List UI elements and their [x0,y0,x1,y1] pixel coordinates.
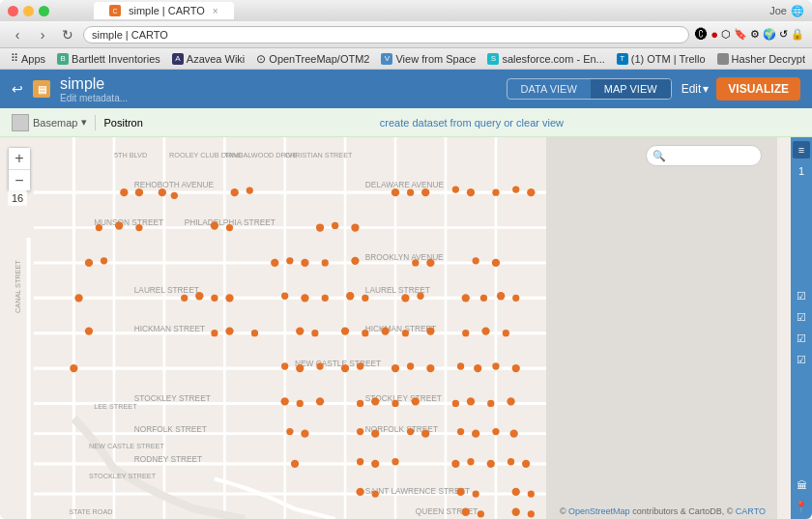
svg-point-163 [528,510,535,517]
clear-view-link[interactable]: clear view [516,117,564,129]
forward-button[interactable]: › [33,25,52,44]
basemap-selector[interactable]: Basemap ▾ [12,114,87,131]
ext-icon-4[interactable]: 🌍 [763,28,776,41]
svg-point-76 [351,257,359,265]
svg-point-156 [456,488,464,496]
carto-extension-icon[interactable]: 🅒 [695,27,708,42]
bookmark-salesforce[interactable]: S salesforce.com - En... [482,51,609,67]
svg-point-103 [341,327,349,334]
svg-point-72 [271,259,278,267]
sidebar-checkbox-4[interactable]: ☑ [793,352,810,369]
svg-point-89 [346,292,354,300]
svg-point-74 [301,259,308,267]
svg-point-86 [281,293,288,300]
bookmark-opentreemap[interactable]: ⊙ OpenTreeMap/OTM2 [251,50,374,68]
minimize-button[interactable] [23,6,34,16]
ext-icon-2[interactable]: 🔖 [734,28,747,41]
sidebar-checkbox-3[interactable]: ☑ [793,331,810,348]
svg-point-116 [357,362,363,369]
traffic-lights [8,6,49,16]
svg-point-150 [467,458,474,465]
bookmark-trello[interactable]: T (1) OTM | Trello [612,51,710,67]
svg-text:DELAWARE AVENUE: DELAWARE AVENUE [365,180,445,189]
url-bar[interactable]: simple | CARTO [83,26,689,43]
sidebar-one-button[interactable]: 1 [793,162,810,180]
svg-point-49 [135,188,143,196]
bookmark-apps[interactable]: ⠿ Apps [6,50,50,67]
toolbar-divider [95,115,96,130]
zoom-out-button[interactable]: − [9,169,30,190]
svg-point-161 [478,510,484,517]
map-view-button[interactable]: MAP VIEW [591,79,671,99]
svg-point-119 [426,364,434,372]
svg-point-118 [407,362,414,369]
basemap-chevron-icon: ▾ [81,116,87,129]
back-to-datasets-icon[interactable]: ↩ [12,81,23,97]
sidebar-checkbox-1[interactable]: ☑ [793,288,810,305]
ext-icon-6[interactable]: 🔒 [791,28,804,41]
edit-meta-link[interactable]: Edit metadata... [60,93,128,103]
active-tab[interactable]: C simple | CARTO × [94,2,234,19]
ext-icon-1[interactable]: ⬡ [721,28,731,41]
tab-close-icon[interactable]: × [213,6,218,16]
browser-frame: C simple | CARTO × Joe 🌐 ‹ › ↻ simple | … [0,0,812,519]
edit-button[interactable]: Edit ▾ [682,82,710,96]
bookmark-bartlett[interactable]: B Bartlett Inventories [52,51,165,67]
svg-point-130 [412,397,420,405]
osm-link[interactable]: OpenStreetMap [568,506,630,516]
sidebar-layers-button[interactable]: ≡ [793,141,810,159]
svg-text:HICKMAN STREET: HICKMAN STREET [365,324,436,333]
hasher-icon [717,53,729,65]
browser-toolbar: ‹ › ↻ simple | CARTO 🅒 ● ⬡ 🔖 ⚙ 🌍 ↺ 🔒 [0,21,812,48]
svg-point-144 [510,429,518,437]
zoom-level: 16 [8,190,27,206]
refresh-button[interactable]: ↻ [58,25,77,44]
visualize-button[interactable]: VISUALIZE [716,77,800,101]
svg-point-162 [512,508,520,516]
opera-icon[interactable]: ● [710,27,718,42]
sidebar-checkbox-2[interactable]: ☑ [793,309,810,327]
svg-point-110 [503,330,509,336]
svg-point-65 [211,221,218,229]
svg-point-145 [291,460,299,468]
svg-point-117 [392,364,399,372]
svg-point-132 [467,397,475,405]
ext-icon-3[interactable]: ⚙ [750,28,760,41]
close-button[interactable] [8,6,18,16]
svg-point-157 [473,490,479,497]
svg-text:STOCKLEY STREET: STOCKLEY STREET [89,472,157,480]
bookmark-azavea[interactable]: A Azavea Wiki [167,51,250,67]
svg-text:MUNSON STREET: MUNSON STREET [94,217,163,227]
svg-point-53 [246,187,253,193]
ext-icon-5[interactable]: ↺ [779,28,788,41]
svg-point-143 [492,428,499,435]
svg-point-138 [371,429,379,437]
svg-point-123 [512,364,520,372]
svg-point-139 [407,428,414,435]
map-canvas[interactable]: REHOBOTH AVENUE DELAWARE AVENUE BROOKLYN… [0,137,791,519]
maximize-button[interactable] [39,6,49,16]
bookmark-view-from-space[interactable]: V View from Space [376,51,480,67]
create-dataset-link[interactable]: create dataset from query [380,117,501,129]
carto-link[interactable]: CARTO [736,506,766,516]
sidebar-building-icon[interactable]: 🏛 [793,476,810,494]
svg-point-88 [322,295,329,302]
svg-point-129 [392,400,398,407]
back-button[interactable]: ‹ [8,25,27,44]
zoom-controls: + − [8,147,31,191]
bookmark-hasher[interactable]: Hasher Decrypt [712,51,810,67]
svg-point-100 [251,330,258,336]
app-content: ↩ ▤ simple Edit metadata... DATA VIEW MA… [0,70,812,519]
browser-icons: 🅒 ● ⬡ 🔖 ⚙ 🌍 ↺ 🔒 [695,27,804,42]
svg-point-87 [301,294,308,302]
bookmarks-bar: ⠿ Apps B Bartlett Inventories A Azavea W… [0,48,812,70]
svg-point-124 [281,397,289,405]
svg-text:LAUREL STREET: LAUREL STREET [134,285,199,295]
svg-point-136 [301,429,308,437]
zoom-in-button[interactable]: + [9,148,30,169]
svg-point-152 [508,458,514,465]
sidebar-location-icon[interactable]: 📍 [793,498,810,515]
tab-bar: C simple | CARTO × [55,2,764,19]
svg-point-92 [417,293,423,300]
data-view-button[interactable]: DATA VIEW [508,79,591,99]
